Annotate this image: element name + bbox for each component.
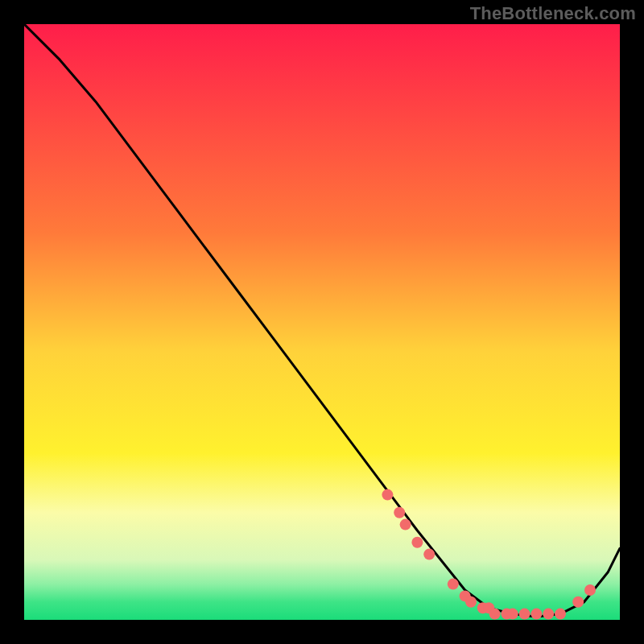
bottleneck-chart bbox=[0, 0, 644, 644]
dot bbox=[448, 579, 459, 590]
dot bbox=[382, 489, 393, 501]
dot bbox=[423, 549, 435, 560]
dot bbox=[555, 609, 566, 620]
dot bbox=[394, 507, 405, 518]
dot bbox=[489, 609, 501, 620]
watermark-text: TheBottleneck.com bbox=[470, 3, 636, 24]
dot bbox=[572, 597, 584, 608]
dot bbox=[465, 597, 477, 608]
dot bbox=[507, 609, 518, 620]
chart-stage: TheBottleneck.com bbox=[0, 0, 644, 644]
gradient-panel bbox=[24, 24, 620, 620]
dot bbox=[400, 519, 411, 530]
dot bbox=[411, 537, 423, 548]
dot bbox=[530, 609, 542, 620]
dot bbox=[584, 584, 596, 596]
dot bbox=[543, 609, 554, 620]
dot bbox=[519, 609, 530, 620]
